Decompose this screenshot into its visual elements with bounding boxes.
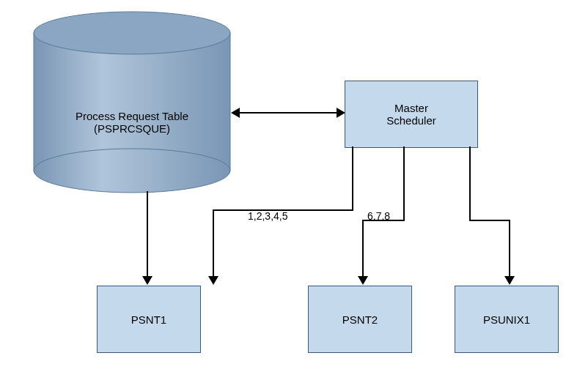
master-scheduler-box: Master Scheduler bbox=[345, 81, 478, 148]
psnt1-label: PSNT1 bbox=[131, 313, 166, 326]
svg-point-1 bbox=[34, 149, 230, 193]
psnt2-label: PSNT2 bbox=[342, 313, 378, 326]
process-request-db: Process Request Table (PSPRCSQUE) bbox=[33, 11, 231, 190]
psunix1-label: PSUNIX1 bbox=[483, 313, 530, 326]
db-title-line2: (PSPRCSQUE) bbox=[33, 122, 231, 135]
psnt2-box: PSNT2 bbox=[308, 286, 412, 353]
svg-point-2 bbox=[34, 12, 230, 54]
edge-label-psnt2: 6,7,8 bbox=[367, 210, 390, 222]
psunix1-box: PSUNIX1 bbox=[455, 286, 559, 353]
master-scheduler-line1: Master bbox=[386, 102, 436, 114]
db-title-line1: Process Request Table bbox=[33, 110, 231, 122]
psnt1-box: PSNT1 bbox=[97, 286, 201, 353]
edge-label-psnt1: 1,2,3,4,5 bbox=[248, 210, 288, 222]
master-scheduler-line2: Scheduler bbox=[386, 114, 436, 127]
